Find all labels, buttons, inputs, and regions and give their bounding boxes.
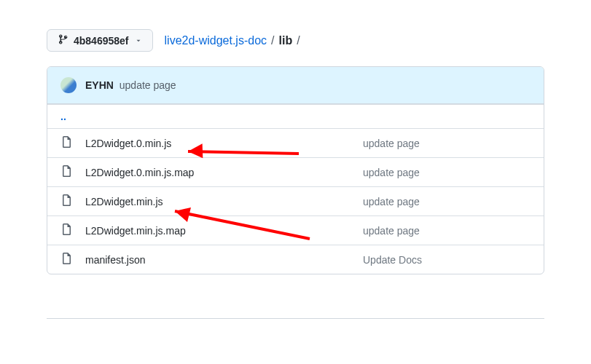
file-row: L2Dwidget.min.js update page: [47, 186, 544, 215]
breadcrumb-separator: /: [295, 34, 301, 47]
file-link[interactable]: manifest.json: [85, 254, 231, 266]
file-icon: [60, 136, 75, 150]
commit-author-link[interactable]: EYHN: [85, 79, 114, 91]
file-icon: [60, 253, 75, 266]
file-row: L2Dwidget.0.min.js.map update page: [47, 157, 544, 186]
breadcrumb-repo-link[interactable]: live2d-widget.js-doc: [165, 34, 267, 47]
file-link[interactable]: L2Dwidget.0.min.js: [85, 138, 231, 149]
branch-selector-button[interactable]: 4b846958ef: [47, 29, 153, 52]
file-link[interactable]: L2Dwidget.0.min.js.map: [85, 167, 231, 178]
file-link[interactable]: L2Dwidget.min.js.map: [85, 225, 231, 237]
commit-message[interactable]: update page: [120, 79, 176, 91]
file-commit-message[interactable]: update page: [363, 167, 531, 178]
file-row: L2Dwidget.0.min.js update page: [47, 128, 544, 157]
file-commit-message[interactable]: update page: [363, 196, 531, 207]
breadcrumb-current: lib: [278, 34, 292, 47]
parent-directory-row[interactable]: ..: [47, 104, 544, 128]
file-browser-panel: EYHN update page .. L2Dwidget.0.min.js u…: [47, 66, 544, 274]
file-commit-message[interactable]: update page: [363, 138, 531, 149]
file-icon: [60, 194, 75, 208]
avatar[interactable]: [60, 77, 77, 93]
chevron-down-icon: [135, 35, 142, 47]
file-list: .. L2Dwidget.0.min.js update page L2Dwid…: [47, 104, 544, 274]
latest-commit-header: EYHN update page: [47, 67, 544, 104]
file-row: L2Dwidget.min.js.map update page: [47, 215, 544, 245]
git-branch-icon: [58, 33, 69, 47]
file-commit-message[interactable]: Update Docs: [363, 254, 531, 266]
breadcrumb-separator: /: [270, 34, 275, 47]
file-icon: [60, 165, 75, 179]
file-icon: [60, 223, 75, 237]
footer-divider: [47, 318, 544, 319]
file-link[interactable]: L2Dwidget.min.js: [85, 196, 231, 207]
breadcrumb: live2d-widget.js-doc / lib /: [165, 34, 302, 47]
file-row: manifest.json Update Docs: [47, 245, 544, 274]
parent-directory-link[interactable]: ..: [60, 111, 66, 122]
file-commit-message[interactable]: update page: [363, 225, 531, 237]
branch-label: 4b846958ef: [74, 35, 129, 47]
